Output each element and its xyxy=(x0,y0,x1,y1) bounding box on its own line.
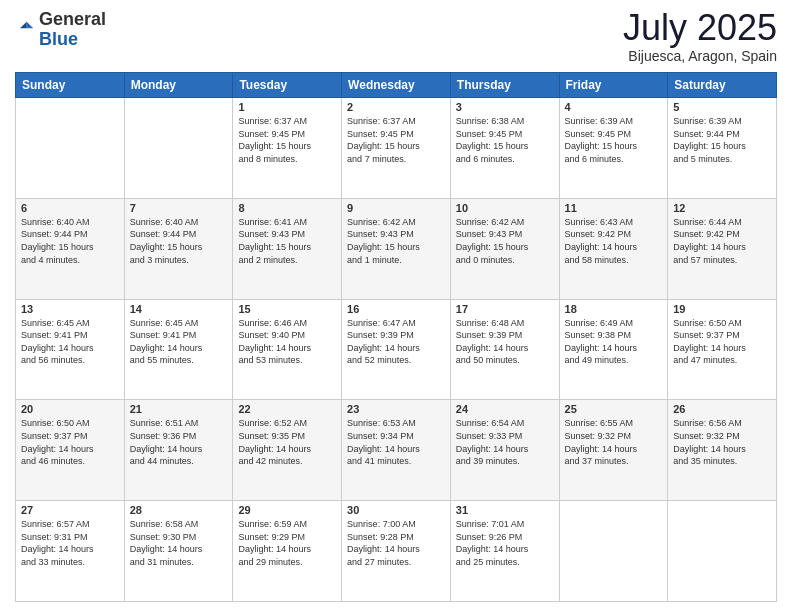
day-info: Sunrise: 6:57 AMSunset: 9:31 PMDaylight:… xyxy=(21,518,119,568)
calendar-cell: 21Sunrise: 6:51 AMSunset: 9:36 PMDayligh… xyxy=(124,400,233,501)
col-wednesday: Wednesday xyxy=(342,73,451,98)
day-info: Sunrise: 6:55 AMSunset: 9:32 PMDaylight:… xyxy=(565,417,663,467)
calendar-cell: 1Sunrise: 6:37 AMSunset: 9:45 PMDaylight… xyxy=(233,98,342,199)
day-number: 26 xyxy=(673,403,771,415)
day-info: Sunrise: 6:42 AMSunset: 9:43 PMDaylight:… xyxy=(456,216,554,266)
day-number: 12 xyxy=(673,202,771,214)
day-info: Sunrise: 6:53 AMSunset: 9:34 PMDaylight:… xyxy=(347,417,445,467)
svg-marker-0 xyxy=(27,21,34,28)
day-info: Sunrise: 6:51 AMSunset: 9:36 PMDaylight:… xyxy=(130,417,228,467)
calendar-week-4: 20Sunrise: 6:50 AMSunset: 9:37 PMDayligh… xyxy=(16,400,777,501)
day-number: 29 xyxy=(238,504,336,516)
calendar-cell xyxy=(668,501,777,602)
day-number: 4 xyxy=(565,101,663,113)
calendar-cell: 2Sunrise: 6:37 AMSunset: 9:45 PMDaylight… xyxy=(342,98,451,199)
day-info: Sunrise: 6:41 AMSunset: 9:43 PMDaylight:… xyxy=(238,216,336,266)
day-info: Sunrise: 6:59 AMSunset: 9:29 PMDaylight:… xyxy=(238,518,336,568)
logo: General Blue xyxy=(15,10,106,50)
calendar-cell: 26Sunrise: 6:56 AMSunset: 9:32 PMDayligh… xyxy=(668,400,777,501)
day-info: Sunrise: 6:47 AMSunset: 9:39 PMDaylight:… xyxy=(347,317,445,367)
calendar-header-row: Sunday Monday Tuesday Wednesday Thursday… xyxy=(16,73,777,98)
calendar-cell: 31Sunrise: 7:01 AMSunset: 9:26 PMDayligh… xyxy=(450,501,559,602)
col-saturday: Saturday xyxy=(668,73,777,98)
calendar-cell: 18Sunrise: 6:49 AMSunset: 9:38 PMDayligh… xyxy=(559,299,668,400)
calendar-cell: 16Sunrise: 6:47 AMSunset: 9:39 PMDayligh… xyxy=(342,299,451,400)
day-number: 8 xyxy=(238,202,336,214)
col-thursday: Thursday xyxy=(450,73,559,98)
day-number: 19 xyxy=(673,303,771,315)
day-info: Sunrise: 6:50 AMSunset: 9:37 PMDaylight:… xyxy=(673,317,771,367)
svg-marker-1 xyxy=(20,21,27,28)
calendar-cell: 12Sunrise: 6:44 AMSunset: 9:42 PMDayligh… xyxy=(668,198,777,299)
calendar-cell: 10Sunrise: 6:42 AMSunset: 9:43 PMDayligh… xyxy=(450,198,559,299)
col-friday: Friday xyxy=(559,73,668,98)
calendar-table: Sunday Monday Tuesday Wednesday Thursday… xyxy=(15,72,777,602)
day-number: 22 xyxy=(238,403,336,415)
calendar-week-1: 1Sunrise: 6:37 AMSunset: 9:45 PMDaylight… xyxy=(16,98,777,199)
day-number: 30 xyxy=(347,504,445,516)
calendar-cell: 19Sunrise: 6:50 AMSunset: 9:37 PMDayligh… xyxy=(668,299,777,400)
location: Bijuesca, Aragon, Spain xyxy=(623,48,777,64)
day-info: Sunrise: 6:46 AMSunset: 9:40 PMDaylight:… xyxy=(238,317,336,367)
logo-general: General xyxy=(39,9,106,29)
header: General Blue July 2025 Bijuesca, Aragon,… xyxy=(15,10,777,64)
day-number: 11 xyxy=(565,202,663,214)
day-info: Sunrise: 6:56 AMSunset: 9:32 PMDaylight:… xyxy=(673,417,771,467)
calendar-cell: 13Sunrise: 6:45 AMSunset: 9:41 PMDayligh… xyxy=(16,299,125,400)
day-number: 14 xyxy=(130,303,228,315)
day-number: 6 xyxy=(21,202,119,214)
calendar-cell: 14Sunrise: 6:45 AMSunset: 9:41 PMDayligh… xyxy=(124,299,233,400)
calendar-week-5: 27Sunrise: 6:57 AMSunset: 9:31 PMDayligh… xyxy=(16,501,777,602)
day-info: Sunrise: 6:58 AMSunset: 9:30 PMDaylight:… xyxy=(130,518,228,568)
calendar-cell: 20Sunrise: 6:50 AMSunset: 9:37 PMDayligh… xyxy=(16,400,125,501)
day-number: 27 xyxy=(21,504,119,516)
day-number: 13 xyxy=(21,303,119,315)
day-number: 24 xyxy=(456,403,554,415)
day-info: Sunrise: 6:39 AMSunset: 9:45 PMDaylight:… xyxy=(565,115,663,165)
calendar-cell: 6Sunrise: 6:40 AMSunset: 9:44 PMDaylight… xyxy=(16,198,125,299)
calendar-cell: 29Sunrise: 6:59 AMSunset: 9:29 PMDayligh… xyxy=(233,501,342,602)
calendar-cell: 25Sunrise: 6:55 AMSunset: 9:32 PMDayligh… xyxy=(559,400,668,501)
calendar-cell: 22Sunrise: 6:52 AMSunset: 9:35 PMDayligh… xyxy=(233,400,342,501)
calendar-cell: 5Sunrise: 6:39 AMSunset: 9:44 PMDaylight… xyxy=(668,98,777,199)
calendar-cell: 24Sunrise: 6:54 AMSunset: 9:33 PMDayligh… xyxy=(450,400,559,501)
calendar-cell: 23Sunrise: 6:53 AMSunset: 9:34 PMDayligh… xyxy=(342,400,451,501)
calendar-cell: 17Sunrise: 6:48 AMSunset: 9:39 PMDayligh… xyxy=(450,299,559,400)
calendar-cell xyxy=(124,98,233,199)
day-info: Sunrise: 6:40 AMSunset: 9:44 PMDaylight:… xyxy=(130,216,228,266)
day-info: Sunrise: 6:50 AMSunset: 9:37 PMDaylight:… xyxy=(21,417,119,467)
day-info: Sunrise: 6:38 AMSunset: 9:45 PMDaylight:… xyxy=(456,115,554,165)
calendar-cell: 15Sunrise: 6:46 AMSunset: 9:40 PMDayligh… xyxy=(233,299,342,400)
calendar-cell: 8Sunrise: 6:41 AMSunset: 9:43 PMDaylight… xyxy=(233,198,342,299)
day-number: 7 xyxy=(130,202,228,214)
day-info: Sunrise: 6:49 AMSunset: 9:38 PMDaylight:… xyxy=(565,317,663,367)
day-number: 31 xyxy=(456,504,554,516)
calendar-cell xyxy=(559,501,668,602)
day-info: Sunrise: 6:42 AMSunset: 9:43 PMDaylight:… xyxy=(347,216,445,266)
col-sunday: Sunday xyxy=(16,73,125,98)
day-number: 10 xyxy=(456,202,554,214)
day-number: 1 xyxy=(238,101,336,113)
calendar-week-3: 13Sunrise: 6:45 AMSunset: 9:41 PMDayligh… xyxy=(16,299,777,400)
calendar-cell: 3Sunrise: 6:38 AMSunset: 9:45 PMDaylight… xyxy=(450,98,559,199)
day-number: 25 xyxy=(565,403,663,415)
calendar-cell xyxy=(16,98,125,199)
day-info: Sunrise: 6:39 AMSunset: 9:44 PMDaylight:… xyxy=(673,115,771,165)
day-info: Sunrise: 6:37 AMSunset: 9:45 PMDaylight:… xyxy=(347,115,445,165)
day-number: 18 xyxy=(565,303,663,315)
day-info: Sunrise: 6:37 AMSunset: 9:45 PMDaylight:… xyxy=(238,115,336,165)
day-info: Sunrise: 6:45 AMSunset: 9:41 PMDaylight:… xyxy=(130,317,228,367)
day-number: 17 xyxy=(456,303,554,315)
calendar-week-2: 6Sunrise: 6:40 AMSunset: 9:44 PMDaylight… xyxy=(16,198,777,299)
day-info: Sunrise: 6:43 AMSunset: 9:42 PMDaylight:… xyxy=(565,216,663,266)
title-block: July 2025 Bijuesca, Aragon, Spain xyxy=(623,10,777,64)
day-info: Sunrise: 6:40 AMSunset: 9:44 PMDaylight:… xyxy=(21,216,119,266)
calendar-cell: 9Sunrise: 6:42 AMSunset: 9:43 PMDaylight… xyxy=(342,198,451,299)
day-number: 21 xyxy=(130,403,228,415)
logo-icon xyxy=(15,20,35,40)
day-number: 15 xyxy=(238,303,336,315)
day-info: Sunrise: 6:54 AMSunset: 9:33 PMDaylight:… xyxy=(456,417,554,467)
day-number: 20 xyxy=(21,403,119,415)
day-info: Sunrise: 7:01 AMSunset: 9:26 PMDaylight:… xyxy=(456,518,554,568)
day-number: 16 xyxy=(347,303,445,315)
